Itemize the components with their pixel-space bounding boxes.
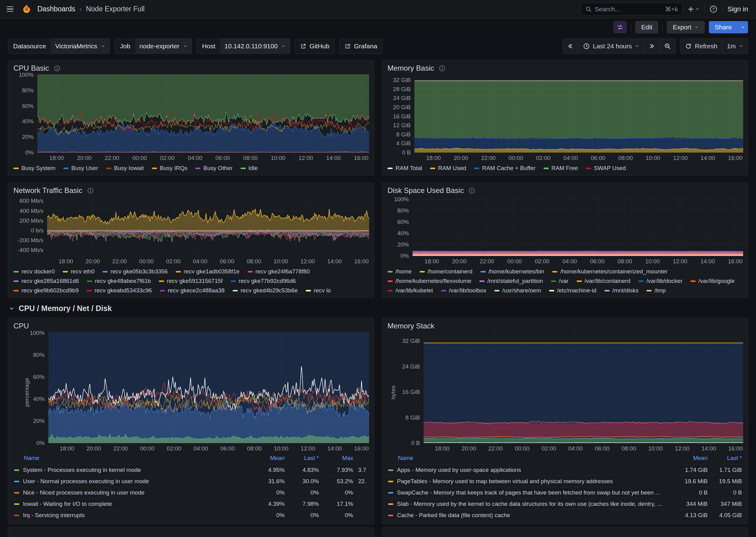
- breadcrumb-dashboards[interactable]: Dashboards: [37, 5, 75, 13]
- help-button[interactable]: ?: [709, 5, 717, 13]
- legend-item[interactable]: /mnt/stateful_partition: [479, 278, 543, 284]
- network-traffic-chart[interactable]: -400 Mb/s-200 Mb/s0 b/s200 Mb/s400 Mb/s6…: [13, 197, 369, 265]
- table-row[interactable]: Nice - Niced processes executing in user…: [13, 487, 369, 498]
- disk-space-chart[interactable]: 0%20%40%60%80%100%18:0020:0022:0000:0002…: [387, 197, 743, 265]
- info-icon[interactable]: [87, 187, 94, 194]
- legend-item[interactable]: recv docker0: [14, 268, 55, 275]
- legend-item[interactable]: /home/kubernetes/flexvolume: [387, 278, 471, 284]
- legend-item[interactable]: /var/lib/kubelet: [387, 287, 433, 294]
- legend-item[interactable]: recv gke48abee7f61b: [87, 278, 151, 284]
- legend-item[interactable]: recv gkece2c488aa38: [160, 287, 225, 294]
- grafana-logo[interactable]: [22, 4, 32, 14]
- series-name[interactable]: Cache - Parked file data (file content) …: [397, 512, 510, 518]
- table-header-Last *[interactable]: Last *: [286, 452, 320, 465]
- export-button[interactable]: Export: [667, 21, 705, 33]
- table-row[interactable]: SwapCache - Memory that keeps track of p…: [387, 487, 743, 498]
- time-back-button[interactable]: [563, 39, 578, 54]
- legend-item[interactable]: recv lo: [306, 287, 331, 294]
- legend-item[interactable]: /tmp: [646, 287, 666, 294]
- legend-item[interactable]: RAM Used: [430, 165, 466, 172]
- table-row[interactable]: Irq - Servicing interrupts0%0%0%: [13, 510, 369, 521]
- panel-title[interactable]: CPU Basic: [14, 64, 49, 72]
- table-row[interactable]: Cache - Parked file data (file content) …: [387, 510, 743, 521]
- series-name[interactable]: Irq - Servicing interrupts: [23, 512, 85, 518]
- legend-item[interactable]: recv gke285a16861d6: [14, 278, 79, 284]
- legend-item[interactable]: recv gke9b602bcd9b9: [14, 287, 79, 294]
- datasource-picker[interactable]: Datasource VictoriaMetrics: [8, 39, 110, 54]
- grafana-link-button[interactable]: Grafana: [339, 39, 382, 54]
- legend-item[interactable]: /var/lib/docker: [639, 278, 683, 284]
- legend-item[interactable]: /etc/machine-id: [549, 287, 597, 294]
- legend-item[interactable]: /var: [551, 278, 569, 284]
- table-header-Max[interactable]: Max: [320, 452, 354, 465]
- legend-item[interactable]: SWAP Used: [586, 165, 626, 172]
- info-icon[interactable]: [439, 65, 445, 71]
- panel-title[interactable]: Network Traffic Basic: [14, 186, 82, 195]
- legend-item[interactable]: /home/kubernetes/containerized_mounter: [552, 268, 668, 275]
- info-icon[interactable]: [54, 65, 60, 71]
- table-row[interactable]: System - Processes executing in kernel m…: [13, 465, 369, 476]
- swap-view-button[interactable]: [614, 21, 627, 33]
- series-name[interactable]: Slab - Memory used by the kernel to cach…: [397, 501, 662, 507]
- legend-item[interactable]: RAM Total: [387, 165, 422, 172]
- menu-icon[interactable]: [7, 5, 16, 14]
- row-cpu-memory-net-disk[interactable]: CPU / Memory / Net / Disk: [8, 298, 748, 318]
- legend-item[interactable]: recv eth0: [63, 268, 95, 275]
- add-button[interactable]: [688, 6, 699, 13]
- memory-stack-chart[interactable]: bytes0 B8 GiB16 GiB24 GiB32 GiB18:0020:0…: [387, 332, 743, 452]
- time-forward-button[interactable]: [644, 39, 659, 54]
- legend-item[interactable]: /home: [387, 268, 412, 275]
- series-name[interactable]: System - Processes executing in kernel m…: [23, 467, 141, 473]
- job-picker[interactable]: Job node-exporter: [115, 39, 192, 54]
- table-row[interactable]: PageTables - Memory used to map between …: [387, 476, 743, 487]
- legend-item[interactable]: /home/containerd: [420, 268, 472, 275]
- series-name[interactable]: User - Normal processes executing in use…: [23, 478, 149, 484]
- legend-item[interactable]: /home/kubernetes/bin: [480, 268, 545, 275]
- series-name[interactable]: SwapCache - Memory that keeps track of p…: [397, 489, 660, 496]
- search-input[interactable]: Search... ⌘+k: [581, 3, 683, 16]
- legend-item[interactable]: recv gke05b3c3b3356: [103, 268, 168, 275]
- series-name[interactable]: Iowait - Waiting for I/O to complete: [23, 501, 112, 507]
- panel-title[interactable]: Memory Basic: [387, 64, 434, 72]
- legend-item[interactable]: recv gke5913156715f: [159, 278, 223, 284]
- legend-item[interactable]: RAM Cache + Buffer: [474, 165, 535, 172]
- github-link-button[interactable]: GitHub: [295, 39, 334, 54]
- legend-item[interactable]: Busy Iowait: [106, 165, 144, 172]
- legend-item[interactable]: recv gke77b92cd96d6: [231, 278, 296, 284]
- legend-item[interactable]: RAM Free: [544, 165, 578, 172]
- table-header-Mean[interactable]: Mean: [675, 452, 709, 465]
- share-menu-button[interactable]: [737, 21, 748, 33]
- table-row[interactable]: Apps - Memory used by user-space applica…: [387, 465, 743, 476]
- legend-item[interactable]: Busy User: [63, 165, 98, 172]
- table-header-Last *[interactable]: Last *: [709, 452, 743, 465]
- legend-item[interactable]: /var/lib/toolbox: [441, 287, 487, 294]
- table-header-Mean[interactable]: Mean: [251, 452, 286, 465]
- cpu-chart[interactable]: percentage0%20%40%60%80%100%18:0020:0022…: [13, 332, 369, 452]
- legend-item[interactable]: Busy Other: [195, 165, 232, 172]
- panel-title[interactable]: Memory Stack: [387, 322, 434, 330]
- legend-item[interactable]: recv gkeabd53433c96: [87, 287, 152, 294]
- legend-item[interactable]: Idle: [241, 165, 258, 172]
- cpu-basic-chart[interactable]: 0%20%40%60%80%100%18:0020:0022:0000:0002…: [13, 74, 369, 162]
- memory-basic-chart[interactable]: 0 B4 GiB8 GiB12 GiB16 GiB20 GiB24 GiB28 …: [387, 74, 743, 162]
- series-name[interactable]: Nice - Niced processes executing in user…: [23, 489, 145, 496]
- legend-item[interactable]: recv gked4b29c53b6e: [233, 287, 298, 294]
- legend-item[interactable]: Busy System: [14, 165, 55, 172]
- sign-in-link[interactable]: Sign in: [728, 5, 748, 13]
- legend-item[interactable]: Busy IRQs: [152, 165, 188, 172]
- table-header-Name[interactable]: Name: [13, 452, 251, 465]
- legend-item[interactable]: /var/lib/google: [690, 278, 734, 284]
- info-icon[interactable]: [468, 187, 475, 194]
- legend-item[interactable]: /mnt/disks: [604, 287, 639, 294]
- series-name[interactable]: PageTables - Memory used to map between …: [397, 478, 613, 484]
- time-range-picker[interactable]: Last 24 hours: [578, 39, 644, 54]
- legend-item[interactable]: /var/lib/containerd: [577, 278, 631, 284]
- zoom-out-button[interactable]: [659, 39, 676, 54]
- legend-item[interactable]: recv gke24f6a778f80: [247, 268, 310, 275]
- edit-button[interactable]: Edit: [636, 21, 658, 33]
- legend-item[interactable]: recv gke1adb0358f1e: [176, 268, 240, 275]
- share-button[interactable]: Share: [709, 21, 737, 33]
- panel-title[interactable]: CPU: [14, 322, 29, 330]
- series-name[interactable]: Apps - Memory used by user-space applica…: [397, 467, 521, 473]
- table-row[interactable]: User - Normal processes executing in use…: [13, 476, 369, 487]
